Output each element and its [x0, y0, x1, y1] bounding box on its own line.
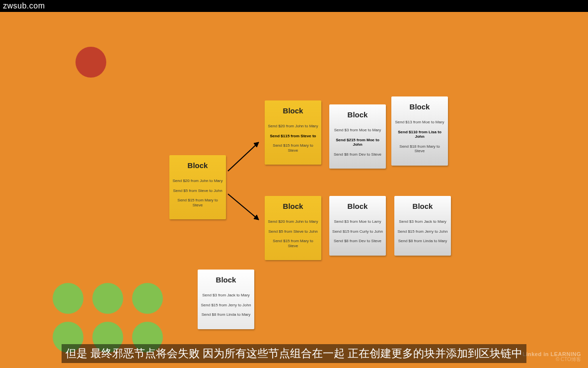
transaction-line: Send $18 from Mary to Steve	[394, 144, 445, 154]
svg-line-0	[228, 142, 259, 171]
block-title: Block	[332, 110, 383, 119]
block-bottom-chain-3: Block Send $3 from Jack to Mary Send $15…	[394, 196, 451, 256]
arrow-bottom	[226, 190, 266, 230]
site-header: zwsub.com	[0, 0, 588, 12]
transaction-line: Send $3 from Jack to Mary	[397, 219, 448, 224]
transaction-line: Send $8 from Dev to Steve	[332, 152, 383, 157]
block-top-chain-3: Block Send $13 from Moe to Mary Send $11…	[391, 96, 448, 166]
good-node-dot	[92, 283, 123, 314]
block-title: Block	[397, 202, 448, 210]
transaction-line: Send $215 from Moe to John	[332, 138, 383, 147]
good-node-dot	[132, 283, 163, 314]
subtitle-bar: 但是 最终邪恶节点将会失败 因为所有这些节点组合在一起 正在创建更多的块并添加到…	[0, 344, 588, 363]
block-title: Block	[332, 202, 383, 210]
transaction-line: Send $8 from Linda to Mary	[397, 239, 448, 244]
block-title: Block	[268, 202, 318, 210]
block-title: Block	[201, 276, 251, 284]
block-title: Block	[172, 161, 223, 170]
transaction-line: Send $110 from Lisa to John	[394, 130, 445, 139]
transaction-line: Send $15 from Mary to Steve	[268, 239, 318, 248]
block-title: Block	[394, 102, 445, 111]
transaction-line: Send $5 from Steve to John	[172, 188, 223, 193]
transaction-line: Send $5 from Steve to John	[268, 229, 318, 234]
transaction-line: Send $15 from Curly to John	[332, 229, 383, 234]
block-extra: Block Send $3 from Jack to Mary Send $15…	[198, 270, 254, 329]
transaction-line: Send $3 from Jack to Mary	[201, 293, 251, 298]
arrow-top	[226, 136, 266, 176]
transaction-line: Send $15 from Jerry to John	[397, 229, 448, 234]
transaction-line: Send $3 from Moe to Mary	[332, 128, 383, 133]
block-root: Block Send $20 from John to Mary Send $5…	[169, 155, 226, 219]
transaction-line: Send $20 from John to Mary	[172, 179, 223, 184]
block-title: Block	[268, 106, 318, 115]
good-node-dot	[53, 283, 83, 314]
transaction-line: Send $15 from Jerry to John	[201, 303, 251, 308]
block-fork-bottom: Block Send $20 from John to Mary Send $5…	[265, 196, 321, 260]
transaction-line: Send $8 from Linda to Mary	[201, 312, 251, 317]
transaction-line: Send $15 from Mary to Steve	[268, 143, 318, 153]
block-bottom-chain-2: Block Send $3 from Moe to Larry Send $15…	[329, 196, 386, 256]
transaction-line: Send $3 from Moe to Larry	[332, 219, 383, 224]
transaction-line: Send $15 from Mary to Steve	[172, 198, 223, 207]
svg-line-2	[228, 194, 259, 220]
bad-node-dot	[75, 47, 106, 78]
transaction-line: Send $115 from Steve to	[268, 134, 318, 139]
transaction-line: Send $20 from John to Mary	[268, 219, 318, 224]
transaction-line: Send $13 from Moe to Mary	[394, 120, 445, 125]
svg-marker-3	[254, 215, 259, 220]
block-fork-top: Block Send $20 from John to Mary Send $1…	[265, 100, 321, 165]
subtitle-text: 但是 最终邪恶节点将会失败 因为所有这些节点组合在一起 正在创建更多的块并添加到…	[62, 344, 526, 363]
diagram-stage: Block Send $20 from John to Mary Send $5…	[0, 12, 588, 368]
block-top-chain-2: Block Send $3 from Moe to Mary Send $215…	[329, 104, 386, 169]
site-name: zwsub.com	[3, 1, 45, 10]
transaction-line: Send $20 from John to Mary	[268, 124, 318, 129]
transaction-line: Send $8 from Dev to Steve	[332, 239, 383, 244]
